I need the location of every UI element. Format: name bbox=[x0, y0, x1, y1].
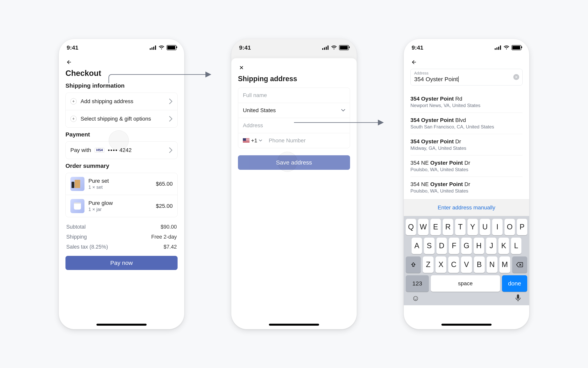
pay-now-button[interactable]: Pay now bbox=[65, 256, 178, 270]
key-w[interactable]: W bbox=[418, 219, 428, 235]
back-arrow-icon[interactable] bbox=[410, 59, 417, 66]
signal-icon bbox=[322, 46, 329, 50]
battery-icon bbox=[512, 45, 521, 50]
nav-bar bbox=[59, 56, 184, 68]
key-s[interactable]: S bbox=[424, 238, 434, 254]
phone-input[interactable]: +1 Phone Number bbox=[238, 133, 350, 148]
order-section-header: Order summary bbox=[65, 163, 178, 169]
result-sub: Poulsbo, WA, United States bbox=[410, 188, 523, 194]
save-address-button[interactable]: Save address bbox=[238, 155, 350, 170]
key-u[interactable]: U bbox=[480, 219, 490, 235]
chevron-right-icon bbox=[169, 116, 173, 121]
address-result[interactable]: 354 Oyster Point RdNewport News, VA, Uni… bbox=[410, 91, 523, 113]
close-icon[interactable] bbox=[238, 64, 245, 71]
key-i[interactable]: I bbox=[492, 219, 503, 235]
result-sub: Newport News, VA, United States bbox=[410, 103, 523, 108]
result-sub: Midway, GA, United States bbox=[410, 146, 523, 151]
key-done[interactable]: done bbox=[502, 275, 527, 292]
status-time: 9:41 bbox=[67, 44, 78, 51]
shipping-label: Shipping bbox=[66, 234, 87, 240]
pay-with-label: Pay with bbox=[70, 147, 91, 153]
sheet-title: Shipping address bbox=[238, 75, 350, 83]
key-b[interactable]: B bbox=[474, 257, 485, 273]
key-e[interactable]: E bbox=[430, 219, 441, 235]
shipping-value: Free 2-day bbox=[151, 234, 177, 240]
clear-icon[interactable] bbox=[513, 74, 519, 80]
key-h[interactable]: H bbox=[474, 238, 484, 254]
payment-row[interactable]: Pay with VISA •••• 4242 bbox=[66, 142, 177, 159]
battery-icon bbox=[167, 45, 176, 50]
country-select[interactable]: United States bbox=[238, 103, 350, 118]
key-delete[interactable] bbox=[512, 257, 527, 273]
key-t[interactable]: T bbox=[455, 219, 465, 235]
emoji-icon[interactable]: ☺ bbox=[412, 294, 420, 303]
chevron-right-icon bbox=[169, 99, 173, 104]
key-a[interactable]: A bbox=[412, 238, 422, 254]
status-bar: 9:41 bbox=[404, 39, 529, 56]
status-bar: 9:41 bbox=[59, 39, 184, 56]
key-f[interactable]: F bbox=[449, 238, 459, 254]
select-shipping-row[interactable]: + Select shipping & gift options bbox=[66, 110, 177, 128]
order-card: Pure set1 × set$65.00Pure glow1 × jar$25… bbox=[65, 173, 178, 217]
manual-entry-row: Enter address manually bbox=[404, 199, 529, 216]
subtotal-value: $90.00 bbox=[161, 224, 177, 230]
address-result[interactable]: 354 Oyster Point DrMidway, GA, United St… bbox=[410, 134, 523, 156]
search-query: 354 Oyster Point bbox=[414, 76, 458, 83]
key-o[interactable]: O bbox=[505, 219, 515, 235]
status-time: 9:41 bbox=[239, 44, 251, 51]
results-list: 354 Oyster Point RdNewport News, VA, Uni… bbox=[410, 91, 523, 198]
wifi-icon bbox=[159, 46, 164, 50]
key-p[interactable]: P bbox=[517, 219, 527, 235]
chevron-down-icon bbox=[259, 139, 262, 142]
status-icons bbox=[150, 45, 176, 50]
key-n[interactable]: N bbox=[487, 257, 498, 273]
address-input[interactable]: Address bbox=[238, 118, 350, 133]
wifi-icon bbox=[504, 46, 509, 50]
address-result[interactable]: 354 NE Oyster Point DrPoulsbo, WA, Unite… bbox=[410, 156, 523, 177]
key-shift[interactable] bbox=[406, 257, 421, 273]
signal-icon bbox=[495, 46, 501, 50]
key-space[interactable]: space bbox=[431, 275, 500, 292]
key-l[interactable]: L bbox=[511, 238, 521, 254]
phone-checkout: 9:41 Checkout Shipping information + Add… bbox=[59, 39, 184, 329]
result-sub: South San Francisco, CA, United States bbox=[410, 124, 523, 129]
shipping-card: + Add shipping address + Select shipping… bbox=[65, 92, 178, 128]
payment-section-header: Payment bbox=[65, 131, 178, 138]
card-last4: •••• 4242 bbox=[108, 147, 132, 153]
key-j[interactable]: J bbox=[486, 238, 497, 254]
key-z[interactable]: Z bbox=[423, 257, 434, 273]
key-y[interactable]: Y bbox=[468, 219, 478, 235]
item-price: $25.00 bbox=[156, 203, 173, 209]
phone-shipping-address: 9:41 Shipping address Full name United S… bbox=[231, 39, 357, 329]
key-q[interactable]: Q bbox=[406, 219, 416, 235]
item-qty: 1 × jar bbox=[88, 207, 152, 212]
add-shipping-row[interactable]: + Add shipping address bbox=[66, 93, 177, 110]
key-r[interactable]: R bbox=[443, 219, 453, 235]
mic-icon[interactable] bbox=[515, 294, 521, 302]
add-shipping-label: Add shipping address bbox=[81, 98, 165, 104]
address-form: Full name United States Address +1 Phone… bbox=[238, 88, 350, 148]
address-search-field[interactable]: Address 354 Oyster Point bbox=[410, 69, 523, 85]
key-c[interactable]: C bbox=[448, 257, 459, 273]
back-arrow-icon[interactable] bbox=[65, 59, 72, 66]
key-d[interactable]: D bbox=[436, 238, 447, 254]
key-v[interactable]: V bbox=[461, 257, 472, 273]
item-qty: 1 × set bbox=[88, 184, 152, 190]
address-result[interactable]: 354 Oyster Point BlvdSouth San Francisco… bbox=[410, 113, 523, 134]
key-g[interactable]: G bbox=[461, 238, 471, 254]
key-m[interactable]: M bbox=[499, 257, 510, 273]
key-123[interactable]: 123 bbox=[406, 275, 429, 292]
tax-value: $7.42 bbox=[163, 244, 177, 250]
key-x[interactable]: X bbox=[435, 257, 446, 273]
fullname-input[interactable]: Full name bbox=[238, 88, 350, 103]
country-code[interactable]: +1 bbox=[243, 138, 262, 144]
battery-icon bbox=[339, 45, 349, 50]
item-name: Pure glow bbox=[88, 200, 152, 206]
address-result[interactable]: 354 NE Oyster Point DrPoulsbo, WA, Unite… bbox=[410, 177, 523, 198]
status-time: 9:41 bbox=[412, 44, 423, 51]
enter-manually-link[interactable]: Enter address manually bbox=[438, 204, 495, 211]
signal-icon bbox=[150, 46, 156, 50]
key-k[interactable]: K bbox=[498, 238, 509, 254]
chevron-right-icon bbox=[169, 147, 173, 153]
keyboard: QWERTYUIOP ASDFGHJKL ZXCVBNM 123 space d… bbox=[404, 216, 529, 305]
